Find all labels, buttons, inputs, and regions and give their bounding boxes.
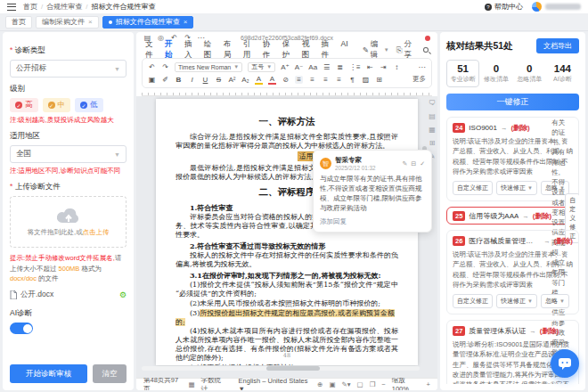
uploaded-file-row[interactable]: 公开.docx ⚙ xyxy=(10,290,127,300)
markup-icon[interactable]: ✎▾ xyxy=(341,380,350,388)
result-card-26[interactable]: 26医疗器械质量管理体系认证→(删除)说明:该证书涉及对企业的注册资本、资产总额… xyxy=(446,230,579,314)
justify-icon[interactable]: ≡ xyxy=(335,76,343,84)
zoom-level[interactable]: 缩放100% xyxy=(392,376,421,390)
card-buttons: 自定义修正快速修正▼忽略▼ xyxy=(453,294,573,308)
font-shrink-icon[interactable]: A⁻ xyxy=(295,63,304,71)
close-icon[interactable]: × xyxy=(184,18,188,26)
more-icon[interactable]: ⋯ xyxy=(197,34,205,42)
spellcheck-icon[interactable]: ⊕ xyxy=(317,380,323,388)
tab-首页[interactable]: 首页 xyxy=(5,16,32,29)
font-family-select[interactable]: Times New Roman▼ xyxy=(175,62,242,72)
diagnosis-type-select[interactable]: 公开招标 ▼ xyxy=(10,60,127,78)
fit-page-icon[interactable]: ▢ xyxy=(357,380,363,388)
help-center-link[interactable]: ? 帮助中心 xyxy=(485,2,523,12)
clear-format-icon[interactable]: ⊘ xyxy=(282,76,290,84)
tab-招标文件合规性审查[interactable]: 招标文件合规性审查× xyxy=(102,16,194,29)
bullet-list-icon[interactable]: ☰ xyxy=(323,63,331,71)
level-label: 低 xyxy=(90,100,98,110)
paste-icon[interactable]: ▣ xyxy=(148,76,156,84)
upload-link[interactable]: 点击上传 xyxy=(83,228,110,236)
quick-fix-button[interactable]: 快速修正▼ xyxy=(496,181,537,195)
align-left-icon[interactable]: ≡ xyxy=(295,76,303,84)
horizontal-ruler[interactable] xyxy=(142,90,432,96)
navigation-icon[interactable]: ▤ xyxy=(428,113,437,120)
font-grow-icon[interactable]: A⁺ xyxy=(281,63,290,71)
level-badge-低[interactable]: ✓低 xyxy=(75,98,103,112)
fit-width-icon[interactable]: ❐ xyxy=(370,380,376,388)
search-icon[interactable] xyxy=(423,47,429,53)
redo-icon[interactable]: ↷ xyxy=(184,34,192,42)
image-icon[interactable]: ▦ xyxy=(428,127,437,134)
zoom-out-icon[interactable]: − xyxy=(381,380,385,388)
ellipsis-icon[interactable]: ⋯ xyxy=(418,63,426,71)
result-card-25[interactable]: 25信用等级为AAA→(删除)说明:与成立年限等有关的证书,具有排他性,不得设置… xyxy=(446,207,579,225)
preview-icon[interactable]: ◎ xyxy=(157,34,165,42)
stat-专业诊断[interactable]: 51专业诊断 xyxy=(446,60,479,87)
custom-fix-button[interactable]: 自定义修正 xyxy=(453,294,493,308)
breadcrumb-item[interactable]: 首页 xyxy=(23,2,37,12)
indent-decrease-icon[interactable]: ⇤ xyxy=(366,63,374,71)
italic-icon[interactable]: I xyxy=(188,76,196,84)
stat-AI诊断[interactable]: 144AI诊断 xyxy=(546,60,579,87)
more-button[interactable]: 更多 xyxy=(412,75,426,84)
language-select[interactable]: English – United States ▼ xyxy=(239,377,312,391)
ai-diagnosis-toggle[interactable] xyxy=(10,323,33,334)
undo-icon[interactable]: ↶ xyxy=(170,34,178,42)
upload-dropzone[interactable]: 将文件拖到此处,或点击上传 xyxy=(10,196,127,248)
clear-button[interactable]: 清空 xyxy=(93,364,127,383)
breadcrumb-item[interactable]: 招标文件合规性审查 xyxy=(91,2,155,12)
level-badge-中[interactable]: ✓中 xyxy=(43,98,71,112)
comments-icon[interactable]: 🗨 xyxy=(428,100,437,107)
breadcrumb-item[interactable]: 合规性审查 xyxy=(46,2,82,12)
font-color-icon[interactable]: A xyxy=(268,75,276,85)
level-badge-高[interactable]: ✓高 xyxy=(10,98,38,112)
bold-icon[interactable]: B xyxy=(175,76,183,84)
borders-icon[interactable]: ⊞ xyxy=(375,76,383,84)
table-icon[interactable]: ⊞ xyxy=(428,140,437,147)
stat-修改清单[interactable]: 0修改清单 xyxy=(479,60,512,87)
close-icon[interactable]: × xyxy=(88,18,93,26)
save-icon[interactable]: ▤ xyxy=(143,34,151,42)
region-select[interactable]: 全国 ▼ xyxy=(10,145,127,163)
file-settings-icon[interactable]: ⚙ xyxy=(119,290,127,299)
superscript-icon[interactable]: A² xyxy=(228,76,236,84)
line-spacing-icon[interactable]: ↕ xyxy=(393,63,401,71)
undo-icon[interactable]: ↶ xyxy=(148,63,156,71)
start-diagnosis-button[interactable]: 开始诊断审核 xyxy=(10,364,87,383)
ignore-button[interactable]: 忽略▼ xyxy=(541,294,569,308)
zoom-in-icon[interactable]: + xyxy=(427,380,430,388)
custom-fix-button[interactable]: 自定义修正 xyxy=(453,181,493,195)
redo-icon[interactable]: ↷ xyxy=(161,63,169,71)
change-case-icon[interactable]: Aa xyxy=(308,63,317,71)
number-list-icon[interactable]: ≣ xyxy=(336,63,344,71)
multilevel-list-icon[interactable]: ⋮≡ xyxy=(349,63,361,71)
export-button[interactable]: 文档导出 xyxy=(536,38,579,53)
align-center-icon[interactable]: ≡ xyxy=(308,76,316,84)
chat-assistant-button[interactable] xyxy=(551,349,579,378)
strikethrough-icon[interactable]: S xyxy=(215,76,223,84)
fix-all-button[interactable]: 一键修正 xyxy=(446,94,579,110)
diagnosis-type-value: 公开招标 xyxy=(16,63,46,74)
stat-忽略清单[interactable]: 0忽略清单 xyxy=(513,60,546,87)
subscript-icon[interactable]: A₂ xyxy=(241,76,249,84)
highlight-color-icon[interactable]: A xyxy=(255,75,263,85)
paragraph-mark-icon[interactable]: ¶ xyxy=(348,76,356,84)
comment-resolve-icon[interactable]: ✓ xyxy=(420,160,425,167)
username-blurred[interactable] xyxy=(545,4,581,10)
check-icon: ✓ xyxy=(15,102,22,109)
horizontal-scrollbar[interactable] xyxy=(142,366,420,371)
font-size-select[interactable]: 五号▼ xyxy=(248,62,275,72)
quick-fix-button[interactable]: 快速修正▼ xyxy=(496,294,537,308)
format-painter-icon[interactable]: ✐ xyxy=(161,76,169,84)
align-right-icon[interactable]: ≡ xyxy=(322,76,330,84)
indent-increase-icon[interactable]: ⇥ xyxy=(380,63,388,71)
underline-icon[interactable]: U xyxy=(201,76,209,84)
comment-edit-icon[interactable]: ✎ xyxy=(402,160,407,167)
add-reply-link[interactable]: 添加回复 xyxy=(320,217,425,226)
menu-icon[interactable] xyxy=(7,4,16,11)
comment-delete-icon[interactable]: ⊟ xyxy=(411,160,416,167)
shading-icon[interactable]: ▨ xyxy=(362,76,370,84)
document-page[interactable]: 一、评标方法综合评分法,是指投标文件满足招标文件全部实质性要求,且按照评审因素的… xyxy=(156,99,418,365)
tab-编制采购文件[interactable]: 编制采购文件× xyxy=(36,16,99,29)
track-changes-icon[interactable]: ▣ xyxy=(329,380,335,388)
